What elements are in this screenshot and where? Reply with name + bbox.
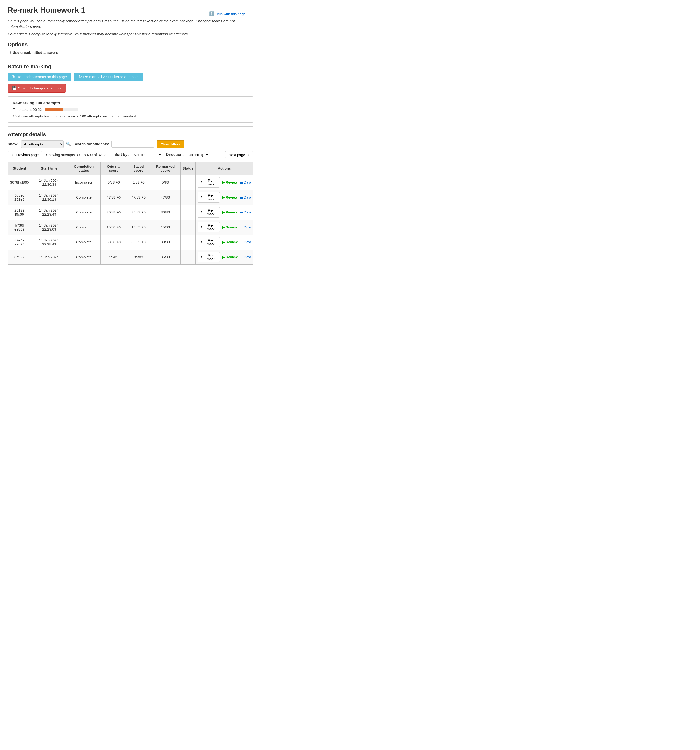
progress-info: 13 shown attempts have changed scores. 1… <box>12 114 248 118</box>
next-page-button[interactable]: Next page → <box>225 151 253 158</box>
cell-remarked: 47/83 <box>150 190 180 205</box>
options-title: Options <box>8 41 253 48</box>
remark-page-icon: ↻ <box>12 75 15 79</box>
table-row: 6b8ec 281e814 Jan 2024, 22:30:13Complete… <box>8 190 253 205</box>
cell-actions: ↻ Re-mark▶ Review☰ Data <box>195 235 253 249</box>
search-icon: 🔍 <box>66 141 71 147</box>
data-icon: ☰ <box>240 240 243 244</box>
review-icon: ▶ <box>222 211 225 214</box>
remark-row-icon: ↻ <box>201 255 203 259</box>
col-saved: Saved score <box>127 162 150 175</box>
cell-original: 5/83 +0 <box>101 175 127 190</box>
cell-original: 30/83 +0 <box>101 205 127 220</box>
col-status: Status <box>180 162 195 175</box>
prev-page-button[interactable]: ← Previous page <box>8 151 43 158</box>
remark-all-label: Re-mark all 3217 filtered attempts <box>83 75 138 79</box>
direction-select[interactable]: ascending descending <box>187 152 209 157</box>
review-icon: ▶ <box>222 240 225 244</box>
search-input[interactable] <box>112 141 154 148</box>
sort-by-label: Sort by: <box>114 152 129 157</box>
cell-saved: 5/83 +0 <box>127 175 150 190</box>
row-review-button[interactable]: ▶ Review <box>222 195 238 199</box>
help-icon: ℹ️ <box>209 11 214 16</box>
data-icon: ☰ <box>240 180 243 184</box>
save-changed-button[interactable]: 💾 Save all changed attempts <box>8 84 66 92</box>
cell-status <box>180 220 195 235</box>
cell-remarked: 30/83 <box>150 205 180 220</box>
cell-actions: ↻ Re-mark▶ Review☰ Data <box>195 175 253 190</box>
use-unsubmitted-label: Use unsubmitted answers <box>12 51 58 55</box>
cell-saved: 30/83 +0 <box>127 205 150 220</box>
row-data-button[interactable]: ☰ Data <box>240 180 251 184</box>
prev-page-label: Previous page <box>15 153 38 157</box>
show-select[interactable]: All attempts Changed attempts Unchanged … <box>21 140 63 148</box>
row-data-button[interactable]: ☰ Data <box>240 195 251 199</box>
row-remark-button[interactable]: ↻ Re-mark <box>198 252 220 262</box>
row-data-button[interactable]: ☰ Data <box>240 225 251 229</box>
cell-original: 47/83 +0 <box>101 190 127 205</box>
cell-remarked: 35/83 <box>150 249 180 264</box>
row-review-button[interactable]: ▶ Review <box>222 180 238 184</box>
cell-completion: Complete <box>67 190 101 205</box>
row-remark-button[interactable]: ↻ Re-mark <box>198 222 220 232</box>
row-review-button[interactable]: ▶ Review <box>222 240 238 244</box>
cell-saved: 47/83 +0 <box>127 190 150 205</box>
prev-arrow-icon: ← <box>11 153 15 157</box>
row-review-button[interactable]: ▶ Review <box>222 255 238 259</box>
cell-completion: Complete <box>67 235 101 249</box>
data-icon: ☰ <box>240 255 243 259</box>
cell-actions: ↻ Re-mark▶ Review☰ Data <box>195 220 253 235</box>
progress-bar-fill <box>45 108 63 111</box>
table-row: 0b99714 Jan 2024,Complete35/8335/8335/83… <box>8 249 253 264</box>
cell-original: 15/83 +0 <box>101 220 127 235</box>
cell-status <box>180 249 195 264</box>
cell-start-time: 14 Jan 2024, <box>31 249 68 264</box>
sort-select[interactable]: Start time Student Original score Re-mar… <box>132 152 162 157</box>
clear-filters-button[interactable]: Clear filters <box>157 140 184 148</box>
help-link-label: Help with this page <box>215 12 246 16</box>
row-remark-button[interactable]: ↻ Re-mark <box>198 237 220 247</box>
cell-completion: Complete <box>67 220 101 235</box>
row-data-button[interactable]: ☰ Data <box>240 211 251 214</box>
search-label: Search for students: <box>74 142 109 146</box>
cell-status <box>180 205 195 220</box>
progress-box: Re-marking 100 attempts Time taken: 00:2… <box>8 96 253 123</box>
help-link[interactable]: ℹ️ Help with this page <box>209 11 246 16</box>
cell-completion: Complete <box>67 205 101 220</box>
review-icon: ▶ <box>222 255 225 259</box>
col-completion: Completion status <box>67 162 101 175</box>
remark-page-button[interactable]: ↻ Re-mark attempts on this page <box>8 72 71 81</box>
attempts-table: Student Start time Completion status Ori… <box>8 162 253 265</box>
remark-row-icon: ↻ <box>201 240 203 244</box>
cell-start-time: 14 Jan 2024, 22:30:13 <box>31 190 68 205</box>
cell-start-time: 14 Jan 2024, 22:29:03 <box>31 220 68 235</box>
table-row: 87e4e aac2614 Jan 2024, 22:28:43Complete… <box>8 235 253 249</box>
progress-bar <box>45 108 78 111</box>
col-remarked: Re-marked score <box>150 162 180 175</box>
cell-saved: 15/83 +0 <box>127 220 150 235</box>
row-review-button[interactable]: ▶ Review <box>222 225 238 229</box>
direction-label: Direction: <box>166 152 184 157</box>
remark-all-button[interactable]: ↻ Re-mark all 3217 filtered attempts <box>74 72 143 81</box>
cell-status <box>180 235 195 249</box>
cell-actions: ↻ Re-mark▶ Review☰ Data <box>195 190 253 205</box>
cell-start-time: 14 Jan 2024, 22:30:38 <box>31 175 68 190</box>
cell-remarked: 15/83 <box>150 220 180 235</box>
show-label: Show: <box>8 142 19 146</box>
row-remark-button[interactable]: ↻ Re-mark <box>198 177 220 188</box>
cell-student: 3678f cf865 <box>8 175 31 190</box>
row-data-button[interactable]: ☰ Data <box>240 255 251 259</box>
remark-row-icon: ↻ <box>201 225 203 229</box>
row-remark-button[interactable]: ↻ Re-mark <box>198 192 220 203</box>
cell-actions: ↻ Re-mark▶ Review☰ Data <box>195 249 253 264</box>
cell-completion: Complete <box>67 249 101 264</box>
row-remark-button[interactable]: ↻ Re-mark <box>198 207 220 218</box>
cell-remarked: 5/83 <box>150 175 180 190</box>
use-unsubmitted-checkbox[interactable] <box>8 51 11 54</box>
data-icon: ☰ <box>240 195 243 199</box>
row-data-button[interactable]: ☰ Data <box>240 240 251 244</box>
save-icon: 💾 <box>12 86 17 91</box>
clear-filters-label: Clear filters <box>161 142 180 146</box>
row-review-button[interactable]: ▶ Review <box>222 211 238 214</box>
review-icon: ▶ <box>222 195 225 199</box>
